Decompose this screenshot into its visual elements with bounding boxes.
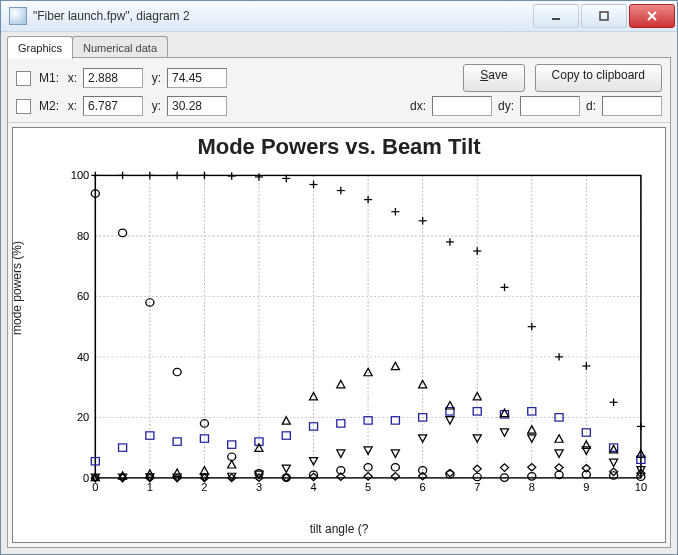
svg-point-82: [119, 229, 127, 236]
svg-marker-130: [282, 417, 290, 424]
svg-marker-155: [391, 450, 399, 457]
app-window: "Fiber launch.fpw", diagram 2 Graphics N…: [0, 0, 678, 555]
svg-point-84: [173, 368, 181, 375]
svg-text:3: 3: [256, 481, 262, 492]
d-label: d:: [586, 99, 596, 113]
svg-rect-103: [119, 444, 127, 451]
svg-marker-128: [228, 461, 236, 468]
close-button[interactable]: [629, 4, 675, 28]
minimize-button[interactable]: [533, 4, 579, 28]
tab-strip: Graphics Numerical data: [7, 36, 671, 58]
m2-x-field[interactable]: 6.787: [83, 96, 143, 116]
tab-numerical-data[interactable]: Numerical data: [72, 36, 168, 59]
svg-text:10: 10: [635, 481, 647, 492]
app-icon: [9, 7, 27, 25]
svg-marker-159: [500, 429, 508, 436]
client-area: Graphics Numerical data M1: x: 2.888 y: …: [1, 32, 677, 554]
svg-text:100: 100: [71, 170, 90, 181]
window-title: "Fiber launch.fpw", diagram 2: [33, 9, 533, 23]
svg-text:60: 60: [77, 291, 89, 302]
svg-marker-163: [610, 459, 618, 466]
svg-rect-111: [337, 420, 345, 427]
m1-checkbox[interactable]: [16, 71, 31, 86]
save-button[interactable]: Save: [463, 64, 524, 92]
svg-rect-107: [228, 441, 236, 448]
svg-point-92: [391, 464, 399, 471]
svg-rect-105: [173, 438, 181, 445]
copy-button[interactable]: Copy to clipboard: [535, 64, 662, 92]
dy-label: dy:: [498, 99, 514, 113]
marker-row-m1: M1: x: 2.888 y: 74.45 Save Copy to clipb…: [16, 64, 662, 92]
chart-title: Mode Powers vs. Beam Tilt: [13, 128, 665, 162]
dy-field[interactable]: [520, 96, 580, 116]
marker-row-m2: M2: x: 6.787 y: 30.28 dx: dy: d:: [16, 96, 662, 116]
plot-wrap: 012345678910020406080100: [65, 168, 651, 502]
maximize-button[interactable]: [581, 4, 627, 28]
svg-marker-140: [555, 435, 563, 442]
m2-label: M2:: [37, 99, 59, 113]
chart-area[interactable]: Mode Powers vs. Beam Tilt mode powers (%…: [12, 127, 666, 543]
svg-marker-157: [446, 417, 454, 424]
dx-label: dx:: [410, 99, 426, 113]
d-field[interactable]: [602, 96, 662, 116]
svg-text:7: 7: [474, 481, 480, 492]
svg-text:8: 8: [529, 481, 535, 492]
svg-marker-176: [391, 473, 399, 480]
svg-text:1: 1: [147, 481, 153, 492]
svg-marker-180: [500, 464, 508, 471]
minimize-icon: [550, 10, 562, 22]
svg-rect-109: [282, 432, 290, 439]
svg-marker-182: [555, 464, 563, 471]
svg-text:40: 40: [77, 351, 89, 362]
svg-marker-134: [391, 362, 399, 369]
svg-text:20: 20: [77, 412, 89, 423]
close-icon: [646, 10, 658, 22]
m2-checkbox[interactable]: [16, 99, 31, 114]
maximize-icon: [598, 10, 610, 22]
svg-rect-1: [600, 12, 608, 20]
svg-text:6: 6: [420, 481, 426, 492]
tab-graphics[interactable]: Graphics: [7, 36, 73, 59]
svg-text:2: 2: [201, 481, 207, 492]
m2-y-label: y:: [149, 99, 161, 113]
svg-marker-133: [364, 368, 372, 375]
svg-text:0: 0: [92, 481, 98, 492]
m1-y-label: y:: [149, 71, 161, 85]
titlebar[interactable]: "Fiber launch.fpw", diagram 2: [1, 1, 677, 32]
dx-field[interactable]: [432, 96, 492, 116]
svg-marker-151: [282, 465, 290, 472]
chart-svg: 012345678910020406080100: [65, 168, 651, 502]
m2-y-field[interactable]: 30.28: [167, 96, 227, 116]
svg-marker-153: [337, 450, 345, 457]
svg-text:80: 80: [77, 230, 89, 241]
svg-text:4: 4: [310, 481, 316, 492]
chart-xlabel: tilt angle (?: [13, 522, 665, 536]
coord-controls: M1: x: 2.888 y: 74.45 Save Copy to clipb…: [8, 58, 670, 123]
chart-ylabel: mode powers (%): [10, 241, 24, 335]
m1-y-field[interactable]: 74.45: [167, 68, 227, 88]
svg-marker-132: [337, 380, 345, 387]
m1-x-label: x:: [65, 71, 77, 85]
svg-marker-161: [555, 450, 563, 457]
graphics-panel: M1: x: 2.888 y: 74.45 Save Copy to clipb…: [7, 57, 671, 548]
m2-x-label: x:: [65, 99, 77, 113]
m1-x-field[interactable]: 2.888: [83, 68, 143, 88]
svg-text:9: 9: [583, 481, 589, 492]
svg-text:5: 5: [365, 481, 371, 492]
m1-label: M1:: [37, 71, 59, 85]
svg-text:0: 0: [83, 472, 89, 483]
